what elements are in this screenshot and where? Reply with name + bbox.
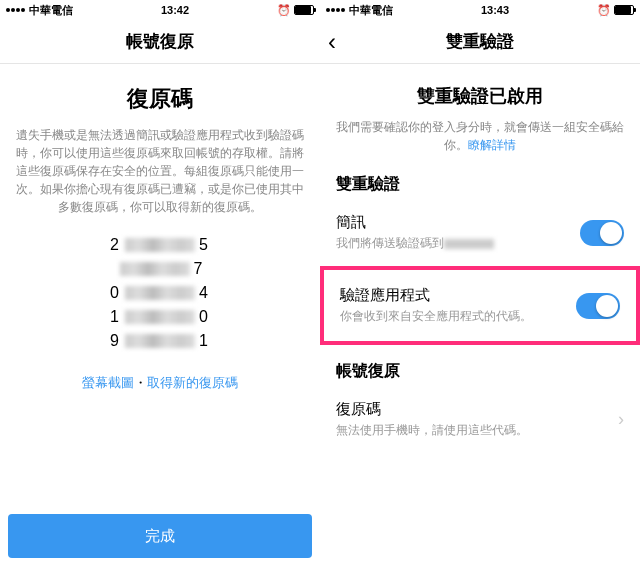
recovery-codes-screen: 中華電信 13:42 ⏰ 帳號復原 復原碼 遺失手機或是無法透過簡訊或驗證應用程… bbox=[0, 0, 320, 566]
status-bar: 中華電信 13:42 ⏰ bbox=[0, 0, 320, 20]
page-description: 我們需要確認你的登入身分時，就會傳送一組安全碼給你。瞭解詳情 bbox=[336, 118, 624, 154]
section-two-factor: 雙重驗證 bbox=[336, 174, 624, 195]
page-description: 遺失手機或是無法透過簡訊或驗證應用程式收到驗證碼時，你可以使用這些復原碼來取回帳… bbox=[16, 126, 304, 216]
nav-title: 雙重驗證 bbox=[446, 30, 514, 53]
recovery-subtitle: 無法使用手機時，請使用這些代碼。 bbox=[336, 422, 618, 439]
signal-icon bbox=[326, 8, 345, 12]
done-button[interactable]: 完成 bbox=[8, 514, 312, 558]
learn-more-link[interactable]: 瞭解詳情 bbox=[468, 138, 516, 152]
highlight-annotation: 驗證應用程式 你會收到來自安全應用程式的代碼。 bbox=[320, 266, 640, 345]
alarm-icon: ⏰ bbox=[597, 4, 611, 17]
sms-toggle[interactable] bbox=[580, 220, 624, 246]
recovery-code: 25 bbox=[110, 236, 210, 254]
screenshot-link[interactable]: 螢幕截圖 bbox=[82, 375, 134, 390]
authenticator-toggle[interactable] bbox=[576, 293, 620, 319]
carrier-label: 中華電信 bbox=[29, 3, 73, 18]
recovery-codes-row[interactable]: 復原碼 無法使用手機時，請使用這些代碼。 › bbox=[336, 390, 624, 449]
sms-subtitle: 我們將傳送驗證碼到 bbox=[336, 235, 580, 252]
alarm-icon: ⏰ bbox=[277, 4, 291, 17]
recovery-code: 10 bbox=[110, 308, 210, 326]
sms-title: 簡訊 bbox=[336, 213, 580, 232]
recovery-title: 復原碼 bbox=[336, 400, 618, 419]
recovery-code: 91 bbox=[110, 332, 210, 350]
signal-icon bbox=[6, 8, 25, 12]
code-actions: 螢幕截圖・取得新的復原碼 bbox=[16, 374, 304, 392]
page-heading: 雙重驗證已啟用 bbox=[336, 84, 624, 108]
nav-bar: ‹ 雙重驗證 bbox=[320, 20, 640, 64]
nav-title: 帳號復原 bbox=[126, 30, 194, 53]
two-factor-screen: 中華電信 13:43 ⏰ ‹ 雙重驗證 雙重驗證已啟用 我們需要確認你的登入身分… bbox=[320, 0, 640, 566]
battery-icon bbox=[614, 5, 634, 15]
authenticator-title: 驗證應用程式 bbox=[340, 286, 576, 305]
recovery-code: 04 bbox=[110, 284, 210, 302]
carrier-label: 中華電信 bbox=[349, 3, 393, 18]
new-codes-link[interactable]: 取得新的復原碼 bbox=[147, 375, 238, 390]
nav-bar: 帳號復原 bbox=[0, 20, 320, 64]
battery-icon bbox=[294, 5, 314, 15]
status-time: 13:42 bbox=[161, 4, 189, 16]
sms-row: 簡訊 我們將傳送驗證碼到 bbox=[336, 203, 624, 262]
authenticator-row: 驗證應用程式 你會收到來自安全應用程式的代碼。 bbox=[340, 276, 620, 335]
back-button[interactable]: ‹ bbox=[328, 28, 336, 56]
recovery-codes-list: 25 7 04 10 91 bbox=[16, 236, 304, 350]
chevron-right-icon: › bbox=[618, 409, 624, 430]
status-time: 13:43 bbox=[481, 4, 509, 16]
recovery-code: 7 bbox=[116, 260, 205, 278]
page-heading: 復原碼 bbox=[16, 84, 304, 114]
authenticator-subtitle: 你會收到來自安全應用程式的代碼。 bbox=[340, 308, 576, 325]
status-bar: 中華電信 13:43 ⏰ bbox=[320, 0, 640, 20]
section-recovery: 帳號復原 bbox=[336, 361, 624, 382]
